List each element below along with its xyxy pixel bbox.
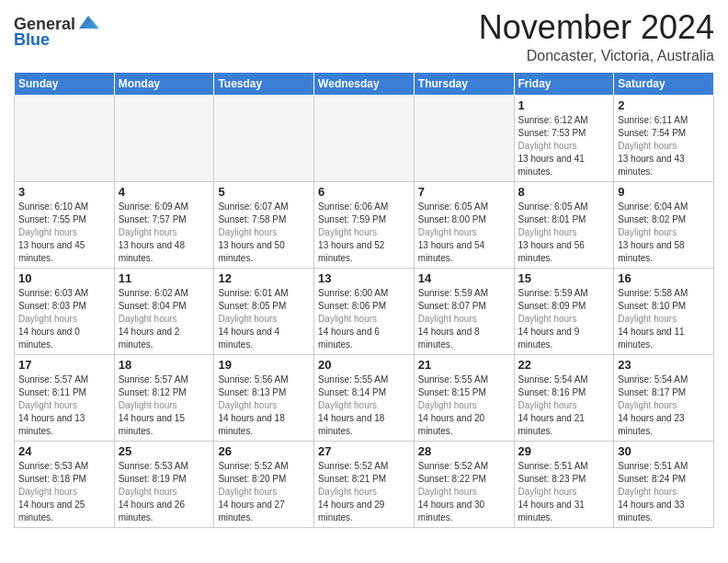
cell-content: Sunrise: 6:06 AMSunset: 7:59 PMDaylight …: [318, 201, 410, 265]
weekday-header-tuesday: Tuesday: [214, 72, 314, 95]
day-number: 30: [618, 444, 710, 458]
cell-content: Sunrise: 6:01 AMSunset: 8:05 PMDaylight …: [218, 287, 310, 351]
day-number: 7: [418, 185, 510, 199]
day-number: 23: [618, 358, 710, 372]
calendar-cell: 17Sunrise: 5:57 AMSunset: 8:11 PMDayligh…: [15, 354, 115, 441]
daylight-label: Daylight hours: [119, 313, 210, 326]
calendar-cell: 7Sunrise: 6:05 AMSunset: 8:00 PMDaylight…: [414, 181, 514, 268]
calendar-cell: 13Sunrise: 6:00 AMSunset: 8:06 PMDayligh…: [314, 268, 415, 354]
cell-content: Sunrise: 5:53 AMSunset: 8:18 PMDaylight …: [18, 460, 110, 524]
sunset-text: Sunset: 8:15 PM: [418, 386, 510, 399]
day-number: 8: [518, 185, 610, 199]
calendar-week-2: 3Sunrise: 6:10 AMSunset: 7:55 PMDaylight…: [15, 181, 714, 268]
daylight-text: 14 hours and 0 minutes.: [18, 326, 110, 351]
sunset-text: Sunset: 8:04 PM: [119, 300, 210, 313]
daylight-label: Daylight hours: [218, 313, 310, 326]
sunrise-text: Sunrise: 5:58 AM: [618, 287, 710, 300]
sunrise-text: Sunrise: 5:53 AM: [18, 460, 110, 473]
sunrise-text: Sunrise: 5:57 AM: [119, 373, 210, 386]
day-number: 20: [318, 358, 410, 372]
calendar-cell: 12Sunrise: 6:01 AMSunset: 8:05 PMDayligh…: [214, 268, 314, 354]
calendar-cell: [15, 95, 115, 181]
sunrise-text: Sunrise: 6:06 AM: [318, 201, 410, 213]
sunset-text: Sunset: 7:58 PM: [218, 213, 310, 226]
calendar-cell: 25Sunrise: 5:53 AMSunset: 8:19 PMDayligh…: [114, 441, 214, 527]
sunrise-text: Sunrise: 5:51 AM: [618, 460, 710, 473]
sunrise-text: Sunrise: 5:51 AM: [518, 460, 610, 473]
daylight-label: Daylight hours: [618, 226, 710, 239]
cell-content: Sunrise: 5:52 AMSunset: 8:22 PMDaylight …: [418, 460, 510, 524]
sunrise-text: Sunrise: 5:55 AM: [318, 373, 410, 386]
sunrise-text: Sunrise: 5:57 AM: [18, 373, 110, 386]
daylight-text: 13 hours and 41 minutes.: [518, 153, 610, 178]
calendar-cell: 11Sunrise: 6:02 AMSunset: 8:04 PMDayligh…: [114, 268, 214, 354]
daylight-text: 13 hours and 43 minutes.: [618, 153, 710, 178]
daylight-text: 14 hours and 18 minutes.: [218, 412, 310, 438]
cell-content: Sunrise: 5:57 AMSunset: 8:12 PMDaylight …: [119, 373, 210, 438]
sunrise-text: Sunrise: 5:52 AM: [218, 460, 310, 473]
cell-content: Sunrise: 5:52 AMSunset: 8:21 PMDaylight …: [318, 460, 410, 524]
sunset-text: Sunset: 8:18 PM: [18, 473, 110, 486]
day-number: 12: [218, 271, 310, 285]
calendar-cell: 27Sunrise: 5:52 AMSunset: 8:21 PMDayligh…: [314, 441, 415, 527]
day-number: 10: [18, 271, 110, 285]
calendar-week-1: 1Sunrise: 6:12 AMSunset: 7:53 PMDaylight…: [15, 95, 714, 181]
sunset-text: Sunset: 8:20 PM: [218, 473, 310, 486]
calendar-cell: 23Sunrise: 5:54 AMSunset: 8:17 PMDayligh…: [614, 354, 714, 441]
daylight-label: Daylight hours: [618, 313, 710, 326]
daylight-text: 14 hours and 33 minutes.: [618, 499, 710, 524]
daylight-label: Daylight hours: [18, 313, 110, 326]
calendar-cell: 6Sunrise: 6:06 AMSunset: 7:59 PMDaylight…: [314, 181, 415, 268]
daylight-text: 14 hours and 29 minutes.: [318, 499, 410, 524]
day-number: 13: [318, 271, 410, 285]
sunset-text: Sunset: 8:24 PM: [618, 473, 710, 486]
daylight-label: Daylight hours: [618, 140, 710, 153]
day-number: 28: [418, 444, 510, 458]
daylight-text: 14 hours and 9 minutes.: [518, 326, 610, 351]
daylight-text: 13 hours and 48 minutes.: [119, 239, 210, 265]
calendar-cell: 5Sunrise: 6:07 AMSunset: 7:58 PMDaylight…: [214, 181, 314, 268]
calendar-week-4: 17Sunrise: 5:57 AMSunset: 8:11 PMDayligh…: [15, 354, 714, 441]
daylight-text: 14 hours and 18 minutes.: [318, 412, 410, 438]
cell-content: Sunrise: 6:00 AMSunset: 8:06 PMDaylight …: [318, 287, 410, 351]
weekday-header-saturday: Saturday: [614, 72, 714, 95]
calendar-cell: 1Sunrise: 6:12 AMSunset: 7:53 PMDaylight…: [514, 95, 614, 181]
daylight-label: Daylight hours: [18, 226, 110, 239]
cell-content: Sunrise: 6:10 AMSunset: 7:55 PMDaylight …: [18, 201, 110, 265]
day-number: 27: [318, 444, 410, 458]
cell-content: Sunrise: 5:55 AMSunset: 8:15 PMDaylight …: [418, 373, 510, 438]
day-number: 11: [119, 271, 210, 285]
daylight-text: 14 hours and 31 minutes.: [518, 499, 610, 524]
daylight-label: Daylight hours: [518, 226, 610, 239]
sunrise-text: Sunrise: 5:56 AM: [218, 373, 310, 386]
logo-icon: [77, 12, 99, 34]
sunrise-text: Sunrise: 6:07 AM: [218, 201, 310, 213]
daylight-text: 14 hours and 8 minutes.: [418, 326, 510, 351]
cell-content: Sunrise: 5:52 AMSunset: 8:20 PMDaylight …: [218, 460, 310, 524]
sunset-text: Sunset: 8:13 PM: [218, 386, 310, 399]
calendar-cell: 4Sunrise: 6:09 AMSunset: 7:57 PMDaylight…: [114, 181, 214, 268]
day-number: 15: [518, 271, 610, 285]
sunrise-text: Sunrise: 5:54 AM: [618, 373, 710, 386]
daylight-text: 14 hours and 23 minutes.: [618, 412, 710, 438]
daylight-text: 14 hours and 27 minutes.: [218, 499, 310, 524]
daylight-label: Daylight hours: [618, 486, 710, 499]
calendar-cell: 19Sunrise: 5:56 AMSunset: 8:13 PMDayligh…: [214, 354, 314, 441]
daylight-text: 13 hours and 58 minutes.: [618, 239, 710, 265]
cell-content: Sunrise: 5:58 AMSunset: 8:10 PMDaylight …: [618, 287, 710, 351]
cell-content: Sunrise: 5:56 AMSunset: 8:13 PMDaylight …: [218, 373, 310, 438]
calendar-cell: [314, 95, 415, 181]
sunrise-text: Sunrise: 5:52 AM: [318, 460, 410, 473]
daylight-label: Daylight hours: [518, 486, 610, 499]
sunrise-text: Sunrise: 6:11 AM: [618, 114, 710, 127]
calendar-cell: 2Sunrise: 6:11 AMSunset: 7:54 PMDaylight…: [614, 95, 714, 181]
calendar-cell: 10Sunrise: 6:03 AMSunset: 8:03 PMDayligh…: [15, 268, 115, 354]
sunrise-text: Sunrise: 6:04 AM: [618, 201, 710, 213]
sunrise-text: Sunrise: 5:59 AM: [418, 287, 510, 300]
day-number: 2: [618, 98, 710, 112]
day-number: 6: [318, 185, 410, 199]
daylight-label: Daylight hours: [418, 226, 510, 239]
day-number: 19: [218, 358, 310, 372]
daylight-label: Daylight hours: [418, 313, 510, 326]
day-number: 26: [218, 444, 310, 458]
